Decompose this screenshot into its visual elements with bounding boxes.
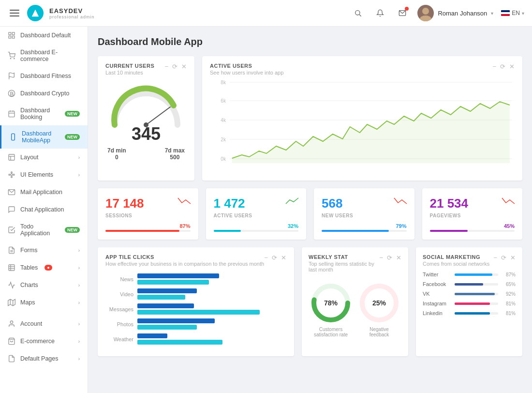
refresh-icon[interactable]: ⟳ bbox=[387, 254, 392, 261]
social-bar-fill bbox=[455, 293, 495, 295]
mail-icon[interactable] bbox=[395, 6, 410, 20]
social-marketing-card: SOCIAL MARKETING Comes from social netwo… bbox=[416, 247, 522, 356]
sidebar-item-ui-elements[interactable]: UI Elements › bbox=[0, 166, 88, 183]
svg-text:4k: 4k bbox=[221, 118, 226, 123]
refresh-icon[interactable]: ⟳ bbox=[500, 63, 505, 70]
sidebar-item-mail[interactable]: Mail Application bbox=[0, 183, 88, 201]
social-bar-wrap bbox=[455, 273, 498, 276]
sidebar-item-charts[interactable]: Charts › bbox=[0, 276, 88, 294]
bottom-row: APP TILE CLICKS How effective your busin… bbox=[98, 247, 522, 356]
bar-row-photos: Photos bbox=[105, 318, 286, 330]
tables-badge: ● bbox=[44, 265, 52, 271]
sidebar-item-label: Account bbox=[20, 320, 42, 327]
active-users-title: ACTIVE USERS bbox=[210, 63, 283, 69]
flag-icon bbox=[501, 10, 510, 16]
bar-group bbox=[137, 318, 286, 330]
svg-text:78%: 78% bbox=[324, 299, 338, 307]
sidebar-item-fitness[interactable]: Dashboard Fitness bbox=[0, 67, 88, 85]
social-bar-fill bbox=[455, 302, 490, 305]
refresh-icon[interactable]: ⟳ bbox=[172, 63, 177, 70]
layout-chevron: › bbox=[78, 155, 80, 160]
minimize-icon[interactable]: − bbox=[264, 254, 268, 261]
svg-text:8k: 8k bbox=[221, 80, 226, 85]
close-icon[interactable]: ✕ bbox=[281, 254, 286, 261]
booking-badge: NEW bbox=[65, 111, 80, 117]
hamburger-menu[interactable] bbox=[8, 8, 21, 18]
gauge-chart bbox=[107, 85, 185, 129]
minimize-icon[interactable]: − bbox=[492, 63, 496, 70]
sidebar-item-mobileapp[interactable]: Dashboard MobileApp NEW bbox=[0, 125, 88, 149]
stat-card-pageviews: 21 534 PAGEVIEWS 45% bbox=[422, 188, 523, 240]
social-marketing-subtitle: Comes from social networks bbox=[423, 261, 489, 267]
sidebar-item-label: Tables bbox=[20, 264, 38, 271]
sidebar-item-layout[interactable]: Layout › bbox=[0, 149, 88, 166]
active-users-pct: 32% bbox=[214, 223, 299, 229]
account-chevron: › bbox=[78, 321, 80, 327]
new-users-label: NEW USERS bbox=[322, 213, 407, 218]
main-content: Dashboard Mobile App CURRENT USERS Last … bbox=[88, 27, 532, 393]
sidebar: Dashboard Default Dashboard E-commerce D… bbox=[0, 27, 88, 393]
user-section[interactable]: Roman Johanson ▾ bbox=[417, 5, 493, 21]
social-name: Twitter bbox=[423, 272, 451, 277]
lang-section[interactable]: EN ▾ bbox=[501, 10, 524, 16]
search-icon[interactable] bbox=[351, 6, 365, 20]
bar-label: Weather bbox=[105, 336, 133, 342]
current-users-card: CURRENT USERS Last 10 minutes − ⟳ ✕ bbox=[98, 56, 194, 181]
svg-rect-7 bbox=[12, 32, 15, 35]
new-users-bar bbox=[322, 230, 389, 232]
refresh-icon[interactable]: ⟳ bbox=[272, 254, 277, 261]
stat-card-active-users: 1 472 ACTIVE USERS 32% bbox=[206, 188, 307, 240]
sidebar-item-label: Dashboard Booking bbox=[20, 107, 58, 121]
close-icon[interactable]: ✕ bbox=[509, 63, 515, 70]
social-marketing-title: SOCIAL MARKETING bbox=[423, 254, 489, 260]
svg-line-2 bbox=[359, 15, 361, 16]
sidebar-item-forms[interactable]: Forms › bbox=[0, 242, 88, 259]
sidebar-item-ecommerce2[interactable]: E-commerce › bbox=[0, 333, 88, 350]
svg-text:25%: 25% bbox=[372, 299, 386, 307]
donut-red-label: Negativefeedback bbox=[369, 327, 389, 337]
minimize-icon[interactable]: − bbox=[164, 63, 168, 70]
page-title: Dashboard Mobile App bbox=[98, 36, 522, 47]
svg-rect-31 bbox=[9, 265, 15, 271]
svg-marker-0 bbox=[32, 10, 39, 16]
sidebar-item-default-pages[interactable]: Default Pages › bbox=[0, 350, 88, 367]
close-icon[interactable]: ✕ bbox=[396, 254, 401, 261]
current-users-header: CURRENT USERS Last 10 minutes − ⟳ ✕ bbox=[105, 63, 187, 80]
close-icon[interactable]: ✕ bbox=[181, 63, 187, 70]
sidebar-item-tables[interactable]: Tables ● › bbox=[0, 259, 88, 276]
sessions-bar-bg bbox=[105, 230, 191, 232]
active-users-label: ACTIVE USERS bbox=[214, 213, 299, 218]
topbar: EASYDEV professional admin Roman Johanso… bbox=[0, 0, 532, 27]
sidebar-item-crypto[interactable]: Dashboard Crypto bbox=[0, 85, 88, 102]
weekly-stat-title: WEEKLY STAT bbox=[309, 254, 379, 260]
donut-green: 78% Customerssatisfaction rate bbox=[309, 281, 353, 337]
sidebar-item-booking[interactable]: Dashboard Booking NEW bbox=[0, 102, 88, 125]
social-name: VK bbox=[423, 291, 451, 297]
active-users-subtitle: See how users involve into app bbox=[210, 70, 283, 76]
refresh-icon[interactable]: ⟳ bbox=[501, 254, 506, 261]
sidebar-item-todo[interactable]: Todo Application NEW bbox=[0, 218, 88, 242]
social-row-twitter: Twitter 87% bbox=[423, 272, 516, 277]
bar-row-news: News bbox=[105, 273, 286, 285]
social-bar-wrap bbox=[455, 302, 498, 305]
ecommerce-chevron: › bbox=[78, 339, 80, 344]
bell-icon[interactable] bbox=[373, 6, 387, 20]
sidebar-item-maps[interactable]: Maps › bbox=[0, 294, 88, 311]
sidebar-item-account[interactable]: Account › bbox=[0, 315, 88, 333]
sidebar-item-ecommerce[interactable]: Dashboard E-commerce bbox=[0, 44, 88, 67]
minimize-icon[interactable]: − bbox=[493, 254, 497, 261]
svg-rect-14 bbox=[9, 111, 15, 117]
svg-point-24 bbox=[11, 172, 13, 173]
sidebar-item-dashboard-default[interactable]: Dashboard Default bbox=[0, 27, 88, 44]
app-tile-clicks-title: APP TILE CLICKS bbox=[105, 254, 264, 260]
main-layout: Dashboard Default Dashboard E-commerce D… bbox=[0, 27, 532, 393]
sessions-trend bbox=[177, 196, 192, 208]
bar-row-weather: Weather bbox=[105, 333, 286, 345]
sessions-bar bbox=[105, 230, 179, 232]
app-tile-clicks-header: APP TILE CLICKS How effective your busin… bbox=[105, 254, 286, 273]
minimize-icon[interactable]: − bbox=[379, 254, 383, 261]
sidebar-item-chat[interactable]: Chat Application bbox=[0, 201, 88, 218]
close-icon[interactable]: ✕ bbox=[510, 254, 516, 261]
sidebar-item-label: Dashboard MobileApp bbox=[22, 130, 58, 144]
svg-point-4 bbox=[422, 8, 429, 15]
